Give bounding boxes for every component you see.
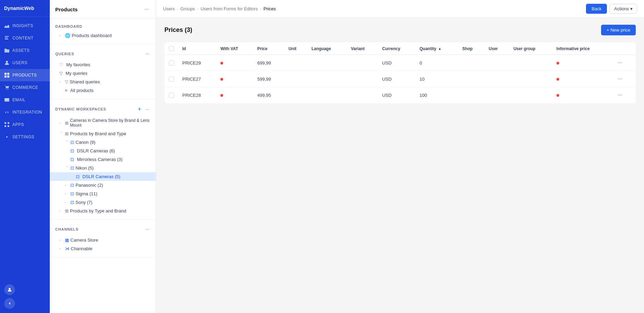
- row-menu-button[interactable]: ···: [616, 75, 624, 83]
- nav-bottom: [0, 280, 50, 313]
- dashboard-section: Dashboard › 🌐 Products dashboard: [50, 19, 156, 44]
- select-all-checkbox[interactable]: [169, 46, 174, 51]
- row-variant-cell: [347, 87, 378, 103]
- product-icon: ⊡: [70, 157, 74, 162]
- actions-button[interactable]: Actions ▾: [610, 4, 637, 14]
- content-header: Prices (3) + New price: [164, 25, 636, 35]
- row-checkbox[interactable]: [169, 60, 174, 66]
- row-checkbox[interactable]: [169, 77, 174, 82]
- row-user-group-cell: [509, 55, 552, 71]
- row-language-cell: [307, 55, 347, 71]
- breadcrumb-users-forms[interactable]: Users from Forms for Editors: [200, 6, 258, 11]
- chevron-right-icon: ›: [59, 80, 64, 84]
- sidebar-item-products-brand-type[interactable]: › ⊞ Products by Brand and Type: [50, 129, 156, 138]
- channels-section-title: Channels: [55, 227, 79, 231]
- workspace-more-button[interactable]: ···: [144, 105, 150, 114]
- nav-item-apps[interactable]: APPS: [0, 118, 50, 131]
- sidebar-item-cameras-brand-lens[interactable]: › ⊞ Cameras in Camera Store by Brand & L…: [50, 116, 156, 129]
- chevron-right-icon: ›: [59, 34, 64, 37]
- row-vat-cell: [216, 87, 253, 103]
- th-shop: Shop: [458, 43, 485, 55]
- sidebar-item-products-type-brand[interactable]: › ⊞ Products by Type and Brand: [50, 207, 156, 215]
- row-user-cell: [485, 71, 509, 87]
- sidebar-item-sigma[interactable]: › ⊡ Sigma (11): [50, 189, 156, 198]
- row-menu-cell: ···: [611, 87, 636, 103]
- nav-item-content[interactable]: CONTENT: [0, 32, 50, 44]
- row-checkbox-cell: [165, 87, 179, 103]
- back-button[interactable]: Back: [586, 4, 607, 14]
- add-workspace-button[interactable]: +: [137, 105, 142, 114]
- channels-more-button[interactable]: ···: [144, 225, 150, 233]
- breadcrumb: Users › Groups › Users from Forms for Ed…: [163, 6, 276, 11]
- th-checkbox: [165, 43, 179, 55]
- nav-collapse-button[interactable]: [4, 298, 15, 309]
- channels-section-header: Channels ···: [50, 224, 156, 236]
- sidebar-item-sony[interactable]: › ⊡ Sony (7): [50, 198, 156, 207]
- chevron-right-icon: ›: [59, 209, 64, 213]
- row-informative-price-cell: [552, 55, 611, 71]
- row-price-cell: 699,99: [253, 55, 284, 71]
- nav-item-email[interactable]: EMAIL: [0, 94, 50, 106]
- row-menu-button[interactable]: ···: [616, 91, 624, 99]
- row-vat-cell: [216, 71, 253, 87]
- row-price-cell: 499,95: [253, 87, 284, 103]
- nav-item-settings[interactable]: SETTINGS: [0, 131, 50, 143]
- sidebar-scroll-area: Dashboard › 🌐 Products dashboard Queries…: [50, 19, 156, 313]
- prices-table-body: PRICE29 699,99 USD 0: [165, 55, 636, 103]
- sidebar-item-shared-queries[interactable]: › ▽ Shared queries: [50, 78, 156, 86]
- user-avatar[interactable]: [4, 284, 15, 295]
- nav-item-products[interactable]: PRODUCTS: [0, 69, 50, 81]
- th-variant: Variant: [347, 43, 378, 55]
- sidebar-item-mirrorless-cameras[interactable]: ⊡ Mirrorless Cameras (3): [50, 155, 156, 164]
- sidebar-item-canon[interactable]: › ⊡ Canon (9): [50, 138, 156, 147]
- sidebar-item-nikon[interactable]: › ⊡ Nikon (5): [50, 164, 156, 172]
- sidebar-more-button[interactable]: ···: [143, 5, 150, 14]
- th-quantity[interactable]: Quantity ▲: [415, 43, 458, 55]
- row-price-cell: 599,99: [253, 71, 284, 87]
- nav-item-insights[interactable]: INSIGHTS: [0, 20, 50, 32]
- breadcrumb-groups[interactable]: Groups: [180, 6, 195, 11]
- breadcrumb-users[interactable]: Users: [163, 6, 175, 11]
- sidebar-panel: Products ··· Dashboard › 🌐 Products dash…: [50, 0, 156, 313]
- sidebar-header: Products ···: [50, 0, 156, 19]
- informative-price-dot: [556, 94, 559, 97]
- row-menu-button[interactable]: ···: [616, 59, 624, 67]
- svg-rect-3: [4, 76, 7, 78]
- product-icon: ⊡: [70, 191, 74, 196]
- dashboard-section-title: Dashboard: [55, 24, 82, 28]
- nav-item-commerce[interactable]: COMMERCE: [0, 81, 50, 94]
- sidebar-header-actions: ···: [143, 5, 150, 14]
- sidebar-item-channable[interactable]: › ⋊ Channable: [50, 244, 156, 253]
- sidebar-item-my-favorites[interactable]: ♡ My favorites: [50, 60, 156, 69]
- row-quantity-cell: 0: [415, 55, 458, 71]
- topbar-actions: Back Actions ▾: [586, 4, 637, 14]
- row-id-cell: PRICE29: [178, 55, 216, 71]
- table-header-row: Id With VAT Price Unit Language: [165, 43, 636, 55]
- nav-item-integration[interactable]: INTEGRATION: [0, 106, 50, 118]
- product-icon: ⊡: [76, 174, 80, 179]
- sidebar-item-all-products[interactable]: ≡ All products: [50, 86, 156, 95]
- sidebar-item-dslr-cameras-6[interactable]: ⊡ DSLR Cameras (6): [50, 147, 156, 155]
- nav-item-users[interactable]: USERS: [0, 57, 50, 69]
- list-icon: ≡: [65, 88, 68, 93]
- informative-price-dot: [556, 78, 559, 81]
- row-currency-cell: USD: [378, 71, 415, 87]
- queries-more-button[interactable]: ···: [144, 50, 150, 58]
- row-checkbox[interactable]: [169, 93, 174, 98]
- chevron-right-icon: ›: [59, 247, 64, 251]
- row-menu-cell: ···: [611, 71, 636, 87]
- th-price: Price: [253, 43, 284, 55]
- row-id-cell: PRICE27: [178, 71, 216, 87]
- sidebar-item-panasonic[interactable]: › ⊡ Panasonic (2): [50, 181, 156, 189]
- new-price-button[interactable]: + New price: [601, 25, 636, 35]
- th-actions: [611, 43, 636, 55]
- sidebar-item-products-dashboard[interactable]: › 🌐 Products dashboard: [50, 31, 156, 40]
- nav-item-assets[interactable]: ASSETS: [0, 44, 50, 57]
- row-variant-cell: [347, 55, 378, 71]
- vat-status-dot: [220, 62, 223, 65]
- sidebar-item-dslr-cameras-nikon[interactable]: ⊡ DSLR Cameras (5): [50, 172, 156, 181]
- sidebar-item-my-queries[interactable]: ▽ My queries: [50, 69, 156, 78]
- sidebar-item-camera-store[interactable]: › ▦ Camera Store: [50, 236, 156, 244]
- row-user-cell: [485, 87, 509, 103]
- row-informative-price-cell: [552, 71, 611, 87]
